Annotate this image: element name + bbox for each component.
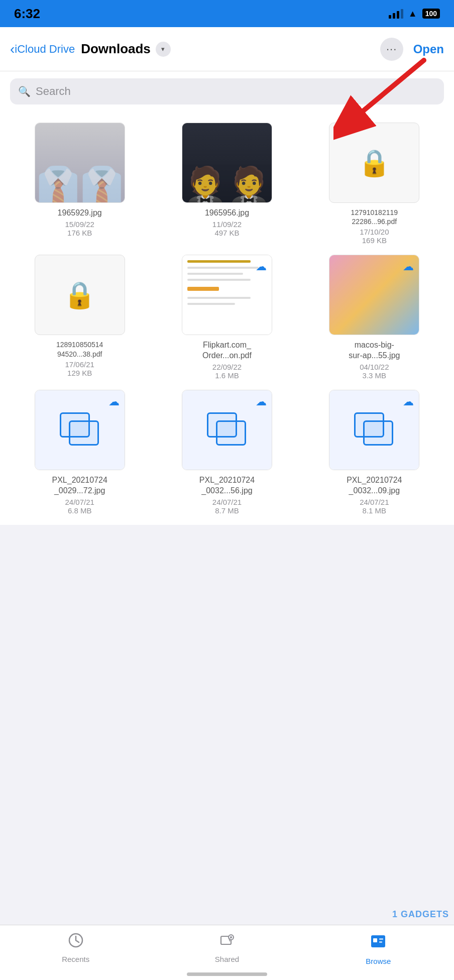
search-icon: 🔍 xyxy=(18,85,31,97)
nav-bar: ‹ iCloud Drive Downloads ▾ ··· Open xyxy=(0,27,454,71)
file-size: 1.6 MB xyxy=(215,371,239,380)
recents-icon xyxy=(68,932,84,952)
file-date: 24/07/21 xyxy=(65,498,94,506)
file-size: 169 KB xyxy=(362,236,387,245)
file-thumbnail: ☁ xyxy=(35,390,125,470)
search-input[interactable]: Search xyxy=(36,85,71,98)
tab-browse[interactable]: Browse xyxy=(303,932,454,965)
list-item[interactable]: ☁ Flipkart.com_Order...on.pdf 22/09/22 1… xyxy=(157,255,296,380)
file-grid: 👔👔 1965929.jpg 15/09/22 176 KB 🤵🤵 196595… xyxy=(10,123,444,515)
search-bar[interactable]: 🔍 Search xyxy=(10,78,444,104)
file-size: 129 KB xyxy=(67,369,92,377)
svg-rect-9 xyxy=(379,941,382,943)
shared-icon xyxy=(219,932,235,952)
tab-browse-label: Browse xyxy=(366,957,391,965)
cloud-upload-icon: ☁ xyxy=(403,260,414,273)
file-name: PXL_20210724_0032...56.jpg xyxy=(199,475,255,496)
wifi-icon: ▲ xyxy=(408,9,417,19)
file-thumbnail: ☁ xyxy=(329,255,419,335)
file-thumbnail: ☁ xyxy=(182,390,272,470)
file-name: 12791018211922286...96.pdf xyxy=(351,208,398,226)
back-button[interactable]: ‹ iCloud Drive xyxy=(10,41,75,57)
open-button[interactable]: Open xyxy=(413,42,444,56)
file-date: 11/09/22 xyxy=(212,220,242,229)
cloud-upload-icon: ☁ xyxy=(256,395,267,408)
list-item[interactable]: 🤵🤵 1965956.jpg 11/09/22 497 KB xyxy=(157,123,296,245)
lock-icon: 🔒 xyxy=(358,148,391,178)
file-name: PXL_20210724_0029...72.jpg xyxy=(52,475,107,496)
file-date: 15/09/22 xyxy=(65,220,94,229)
list-item[interactable]: ☁ macos-big-sur-ap...55.jpg 04/10/22 3.3… xyxy=(305,255,444,380)
tab-shared[interactable]: Shared xyxy=(151,932,302,963)
list-item[interactable]: 🔒 12891085051494520...38.pdf 17/06/21 12… xyxy=(10,255,149,380)
file-thumbnail: 🔒 xyxy=(329,123,419,203)
file-name: macos-big-sur-ap...55.jpg xyxy=(349,340,400,361)
file-thumbnail: ☁ xyxy=(329,390,419,470)
svg-rect-8 xyxy=(379,938,383,940)
cloud-upload-icon: ☁ xyxy=(403,395,414,408)
file-grid-container: 👔👔 1965929.jpg 15/09/22 176 KB 🤵🤵 196595… xyxy=(0,113,454,525)
file-date: 17/06/21 xyxy=(65,360,94,369)
tab-shared-label: Shared xyxy=(215,955,239,963)
file-thumbnail: 🤵🤵 xyxy=(182,123,272,203)
file-thumbnail: ☁ xyxy=(182,255,272,335)
file-thumbnail: 👔👔 xyxy=(35,123,125,203)
file-name: PXL_20210724_0032...09.jpg xyxy=(347,475,402,496)
list-item[interactable]: 👔👔 1965929.jpg 15/09/22 176 KB xyxy=(10,123,149,245)
file-name: 1965956.jpg xyxy=(205,208,249,219)
watermark-label: 1 GADGETS xyxy=(392,909,449,920)
list-item[interactable]: ☁ PXL_20210724_0032...56.jpg 24/07/21 8.… xyxy=(157,390,296,515)
lock-icon: 🔒 xyxy=(63,280,96,310)
search-container: 🔍 Search xyxy=(0,71,454,113)
tab-recents-label: Recents xyxy=(62,955,89,963)
svg-rect-7 xyxy=(373,938,377,942)
file-size: 176 KB xyxy=(67,229,92,237)
status-time: 6:32 xyxy=(14,6,40,22)
file-date: 22/09/22 xyxy=(212,363,242,371)
battery-icon: 100 xyxy=(422,9,440,19)
file-name: 1965929.jpg xyxy=(58,208,102,219)
status-bar: 6:32 ▲ 100 xyxy=(0,0,454,27)
tab-recents[interactable]: Recents xyxy=(0,932,151,963)
browse-icon xyxy=(369,932,387,954)
file-thumbnail: 🔒 xyxy=(35,255,125,335)
cloud-upload-icon: ☁ xyxy=(256,260,267,273)
file-date: 24/07/21 xyxy=(212,498,242,506)
file-size: 3.3 MB xyxy=(363,371,387,380)
more-options-button[interactable]: ··· xyxy=(380,38,403,61)
file-size: 8.1 MB xyxy=(363,506,387,515)
status-icons: ▲ 100 xyxy=(389,9,440,19)
file-date: 04/10/22 xyxy=(360,363,389,371)
file-date: 24/07/21 xyxy=(360,498,389,506)
list-item[interactable]: ☁ PXL_20210724_0029...72.jpg 24/07/21 6.… xyxy=(10,390,149,515)
signal-icon xyxy=(389,9,403,19)
list-item[interactable]: 🔒 12791018211922286...96.pdf 17/10/20 16… xyxy=(305,123,444,245)
tab-bar: Recents Shared Browse xyxy=(0,925,454,980)
home-indicator xyxy=(187,972,267,976)
svg-point-5 xyxy=(230,936,232,938)
back-label: iCloud Drive xyxy=(15,43,75,56)
file-size: 6.8 MB xyxy=(68,506,92,515)
file-date: 17/10/20 xyxy=(360,228,389,236)
file-size: 8.7 MB xyxy=(215,506,239,515)
file-size: 497 KB xyxy=(214,229,239,237)
dropdown-button[interactable]: ▾ xyxy=(156,42,171,57)
cloud-upload-icon: ☁ xyxy=(108,395,120,408)
file-name: 12891085051494520...38.pdf xyxy=(56,340,103,358)
list-item[interactable]: ☁ PXL_20210724_0032...09.jpg 24/07/21 8.… xyxy=(305,390,444,515)
file-name: Flipkart.com_Order...on.pdf xyxy=(202,340,252,361)
page-title: Downloads xyxy=(81,41,151,57)
